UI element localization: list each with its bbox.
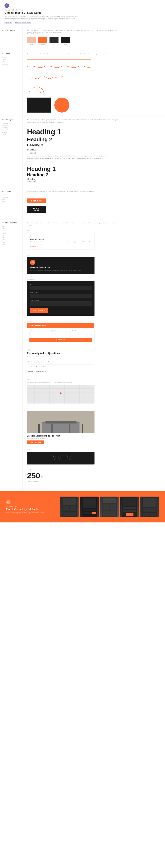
ts-sub-h1: Heading 1: [2, 123, 21, 124]
blurb-link[interactable]: Read more →: [30, 246, 92, 247]
social-icons: f t in: [30, 455, 92, 460]
primary-button[interactable]: BOOK NOW: [27, 198, 46, 203]
gallery-label: gallery: [27, 408, 161, 410]
ts-sub-h2: Heading 2: [2, 125, 21, 126]
deco-script: [27, 72, 161, 83]
dark-card-text: Join us for an amazing experience at our…: [30, 269, 92, 271]
deco-script-svg: [27, 72, 65, 82]
swatch-black-block: [61, 37, 70, 43]
facebook-icon[interactable]: f: [51, 455, 56, 460]
form-name-input[interactable]: [30, 286, 92, 290]
buttons-showcase: BOOK NOW LEARN MORE: [27, 195, 161, 216]
svg-rect-7: [46, 421, 76, 423]
modules-num: 05: [2, 222, 4, 224]
gallery-button[interactable]: VIEW GALLERY: [27, 440, 44, 444]
booking-module-item: booking Book Your Event Space Arrival De…: [27, 320, 161, 344]
blurb-module-item: blurb ⓘ Event Information Find all the i…: [27, 229, 161, 250]
buttons-section-title: 04 Buttons: [2, 190, 21, 192]
svg-rect-25: [103, 504, 109, 510]
footer-logo: D: [6, 500, 10, 504]
color-sidebar: 01 Color palette: [0, 26, 23, 50]
text-style-sub-items: Heading 1 Heading 2 Heading 3 Heading 4 …: [2, 123, 21, 135]
faq-title: Frequently Asked Questions: [27, 352, 95, 354]
booking-guests-label: Guests: [72, 330, 92, 332]
deco-wavy-group: [27, 63, 161, 71]
edit-link[interactable]: Edit in Divi: [4, 22, 12, 24]
deco-lines: [27, 58, 161, 95]
counter-module: 250 + Events hosted: [27, 472, 95, 482]
faq-item-3-text: Can I bring outside catering?: [27, 371, 46, 373]
form-field-name: Full Name: [30, 284, 92, 290]
blurb-label: blurb: [27, 229, 161, 231]
map-module-item: map Find us at our signature event venue…: [27, 379, 161, 404]
faq-chevron-3: +: [93, 371, 95, 373]
download-link[interactable]: Download Demo Content: [14, 22, 31, 24]
mod-sub-blurb: blurb: [2, 226, 21, 227]
heads-sub-dividers: dividers: [2, 57, 21, 58]
heads-section: 02 Heads dividers shapes colors decorati…: [0, 50, 165, 116]
form-submit-button[interactable]: SEND MESSAGE: [30, 308, 48, 313]
btn-sub-primary: primary: [2, 194, 21, 195]
twitter-icon[interactable]: t: [58, 455, 63, 460]
svg-rect-10: [52, 424, 53, 433]
faq-module: Frequently Asked Questions Find answers …: [27, 352, 95, 374]
btn-dark-wrapper: LEARN MORE: [27, 206, 161, 213]
gallery-image-inner: [27, 411, 95, 433]
faq-item-1[interactable]: What time does the venue open? +: [27, 360, 95, 365]
promo-thumb-5: [140, 497, 159, 517]
form-phone-input[interactable]: [30, 302, 92, 306]
svg-rect-14: [63, 498, 76, 505]
swatch-orange-block: [38, 37, 47, 43]
booking-guests-input[interactable]: [72, 332, 92, 336]
blurb-title: Event Information: [30, 239, 92, 241]
heading-4-sample: Subtext: [27, 148, 161, 151]
breadcrumb: Divi Layout Pack / Demo: [4, 9, 161, 11]
footer-promo-desc: Get the complete layout pack with all pa…: [6, 512, 56, 514]
swatch-light-label: light: [27, 44, 36, 45]
faq-item-3[interactable]: Can I bring outside catering? +: [27, 369, 95, 374]
mod-sub-faq: faq: [2, 235, 21, 236]
form-email-input[interactable]: [30, 294, 92, 298]
secondary-button[interactable]: LEARN MORE: [27, 206, 46, 213]
heads-sub-colors: colors: [2, 61, 21, 62]
svg-rect-30: [123, 507, 136, 509]
heads-sub-decorative: decorative: [2, 63, 21, 65]
gallery-module-item: gallery: [27, 408, 161, 444]
preview-h2: Heading 2: [27, 172, 161, 178]
counter-module-item: counter 250 + Events hosted: [27, 469, 161, 482]
booking-arrival-input[interactable]: [29, 332, 49, 336]
booking-button[interactable]: BOOK NOW: [29, 338, 92, 342]
buttons-section: 04 Buttons primary secondary outline gho…: [0, 187, 165, 219]
instagram-icon[interactable]: in: [66, 455, 71, 460]
booking-departure-input[interactable]: [51, 332, 71, 336]
text-preview: Heading 1 Heading 2 Heading 3 Heading 4: [27, 166, 161, 183]
svg-text:D: D: [7, 501, 9, 503]
heading-2-sample: Heading 2: [27, 137, 161, 143]
section-num: 01: [2, 29, 4, 31]
blurb-text: Find all the information you need about …: [30, 241, 92, 245]
svg-rect-20: [83, 509, 96, 512]
mod-sub-social: social: [2, 242, 21, 243]
form-name-label: Full Name: [30, 284, 92, 285]
header-links: Edit in Divi Download Demo Content: [4, 22, 161, 24]
counter-number-row: 250 +: [27, 472, 95, 480]
form-email-label: Email Address: [30, 292, 92, 293]
modules-sidebar: 05 Other modules blurb card contact book…: [0, 219, 23, 490]
promo-thumb-2: [80, 497, 99, 517]
faq-item-2[interactable]: Is parking available on site? +: [27, 365, 95, 369]
mod-sub-booking: booking: [2, 232, 21, 234]
deco-line-1: [27, 59, 91, 60]
svg-rect-19: [83, 498, 96, 508]
modules-section-title: 05 Other modules: [2, 222, 21, 224]
page-title: Global Presets UI Style Guide: [4, 11, 161, 14]
dark-card-module: D Welcome To Our Event Join us for an am…: [27, 257, 95, 274]
social-module: f t in: [27, 452, 95, 464]
text-styles-num: 03: [2, 119, 4, 121]
map-label: map: [27, 379, 161, 380]
swatch-orange-label: primary: [38, 44, 47, 45]
buttons-sidebar: 04 Buttons primary secondary outline gho…: [0, 187, 23, 219]
btn-orange-wrapper: BOOK NOW: [27, 198, 161, 203]
svg-rect-17: [63, 512, 76, 516]
color-section-title: 01 Color palette: [2, 29, 21, 31]
btn-sub-secondary: secondary: [2, 196, 21, 198]
